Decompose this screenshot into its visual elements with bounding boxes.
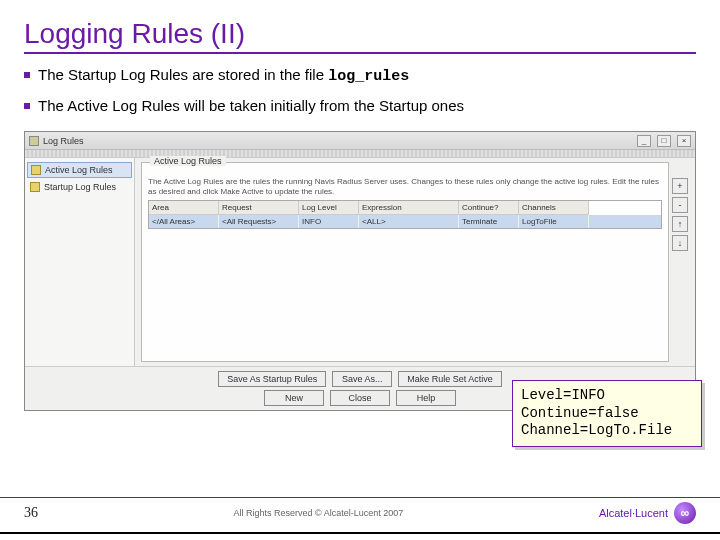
add-rule-button[interactable]: + bbox=[672, 178, 688, 194]
cell-request: <All Requests> bbox=[219, 215, 299, 228]
bullet-text: The Active Log Rules will be taken initi… bbox=[38, 97, 464, 114]
group-legend: Active Log Rules bbox=[150, 156, 226, 166]
active-rules-group: Active Log Rules The Active Log Rules ar… bbox=[141, 162, 669, 362]
cell-channels: LogToFile bbox=[519, 215, 589, 228]
close-dialog-button[interactable]: Close bbox=[330, 390, 390, 406]
bullet-item: The Active Log Rules will be taken initi… bbox=[24, 95, 696, 118]
bullet-list: The Startup Log Rules are stored in the … bbox=[24, 64, 696, 117]
col-expression[interactable]: Expression bbox=[359, 201, 459, 215]
cell-area: </All Areas> bbox=[149, 215, 219, 228]
new-button[interactable]: New bbox=[264, 390, 324, 406]
close-button[interactable]: × bbox=[677, 135, 691, 147]
bullet-icon bbox=[24, 72, 30, 78]
cell-continue: Terminate bbox=[459, 215, 519, 228]
nav-label: Active Log Rules bbox=[45, 165, 113, 175]
help-button[interactable]: Help bbox=[396, 390, 456, 406]
col-channels[interactable]: Channels bbox=[519, 201, 589, 215]
slide-footer: 36 All Rights Reserved © Alcatel-Lucent … bbox=[0, 497, 720, 524]
nav-label: Startup Log Rules bbox=[44, 182, 116, 192]
toolbar-strip bbox=[25, 150, 695, 158]
callout-box: Level=INFO Continue=false Channel=LogTo.… bbox=[512, 380, 702, 447]
col-request[interactable]: Request bbox=[219, 201, 299, 215]
folder-icon bbox=[31, 165, 41, 175]
make-active-button[interactable]: Make Rule Set Active bbox=[398, 371, 502, 387]
col-loglevel[interactable]: Log Level bbox=[299, 201, 359, 215]
window-titlebar: Log Rules _ □ × bbox=[25, 132, 695, 150]
col-continue[interactable]: Continue? bbox=[459, 201, 519, 215]
save-as-button[interactable]: Save As... bbox=[332, 371, 392, 387]
bullet-icon bbox=[24, 103, 30, 109]
nav-panel: Active Log Rules Startup Log Rules bbox=[25, 158, 135, 366]
table-header: Area Request Log Level Expression Contin… bbox=[149, 201, 661, 215]
bottom-rule bbox=[0, 532, 720, 534]
save-startup-button[interactable]: Save As Startup Rules bbox=[218, 371, 326, 387]
remove-rule-button[interactable]: - bbox=[672, 197, 688, 213]
col-area[interactable]: Area bbox=[149, 201, 219, 215]
brand-name: Alcatel·Lucent bbox=[599, 507, 668, 519]
table-tools: + - ↑ ↓ bbox=[669, 162, 689, 362]
maximize-button[interactable]: □ bbox=[657, 135, 671, 147]
bullet-text: The Startup Log Rules are stored in the … bbox=[38, 66, 328, 83]
rules-table: Area Request Log Level Expression Contin… bbox=[148, 200, 662, 229]
log-rules-window: Log Rules _ □ × Active Log Rules Startup… bbox=[24, 131, 696, 411]
window-title: Log Rules bbox=[43, 136, 84, 146]
page-title: Logging Rules (II) bbox=[24, 18, 696, 54]
move-down-button[interactable]: ↓ bbox=[672, 235, 688, 251]
cell-loglevel: INFO bbox=[299, 215, 359, 228]
bullet-item: The Startup Log Rules are stored in the … bbox=[24, 64, 696, 89]
cell-expression: <ALL> bbox=[359, 215, 459, 228]
callout-line: Continue=false bbox=[521, 405, 693, 423]
callout-line: Level=INFO bbox=[521, 387, 693, 405]
brand-area: Alcatel·Lucent ∞ bbox=[599, 502, 696, 524]
copyright-text: All Rights Reserved © Alcatel-Lucent 200… bbox=[234, 508, 404, 518]
nav-startup-log-rules[interactable]: Startup Log Rules bbox=[27, 180, 132, 194]
bullet-code: log_rules bbox=[328, 68, 409, 85]
folder-icon bbox=[30, 182, 40, 192]
group-description: The Active Log Rules are the rules the r… bbox=[148, 177, 662, 196]
window-icon bbox=[29, 136, 39, 146]
table-row[interactable]: </All Areas> <All Requests> INFO <ALL> T… bbox=[149, 215, 661, 228]
minimize-button[interactable]: _ bbox=[637, 135, 651, 147]
brand-logo-icon: ∞ bbox=[674, 502, 696, 524]
nav-active-log-rules[interactable]: Active Log Rules bbox=[27, 162, 132, 178]
callout-line: Channel=LogTo.File bbox=[521, 422, 693, 440]
page-number: 36 bbox=[24, 505, 38, 521]
move-up-button[interactable]: ↑ bbox=[672, 216, 688, 232]
